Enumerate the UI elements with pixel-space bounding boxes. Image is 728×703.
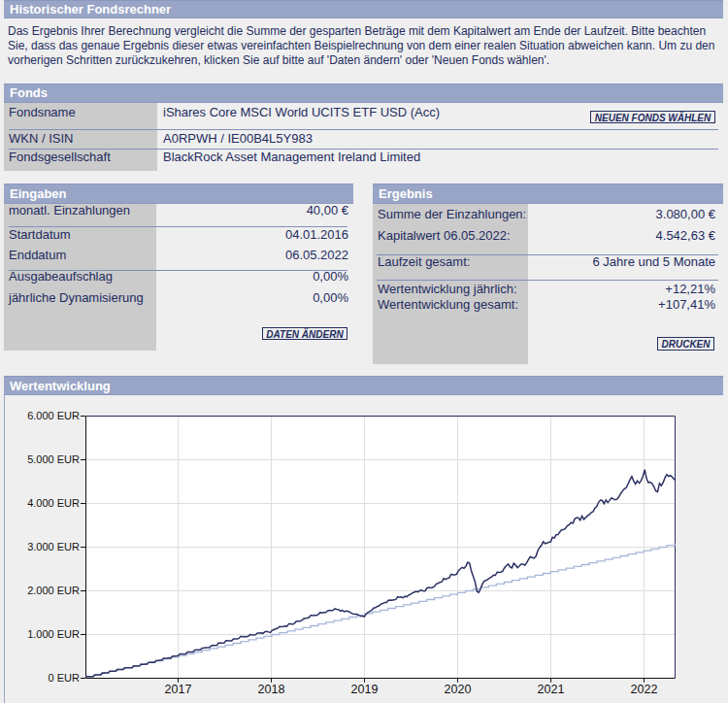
svg-text:0 EUR: 0 EUR [49, 672, 80, 684]
svg-text:2021: 2021 [538, 683, 565, 696]
svg-text:2.000 EUR: 2.000 EUR [27, 585, 80, 596]
svg-text:4.000 EUR: 4.000 EUR [27, 497, 80, 509]
svg-text:2020: 2020 [445, 683, 472, 696]
svg-text:1.000 EUR: 1.000 EUR [27, 628, 80, 640]
svg-text:2017: 2017 [165, 683, 192, 696]
svg-text:6.000 EUR: 6.000 EUR [27, 410, 80, 421]
svg-text:2019: 2019 [351, 683, 379, 696]
svg-text:5.000 EUR: 5.000 EUR [27, 453, 80, 465]
svg-text:2022: 2022 [631, 683, 658, 696]
svg-text:2018: 2018 [258, 683, 285, 696]
svg-text:3.000 EUR: 3.000 EUR [27, 541, 80, 552]
